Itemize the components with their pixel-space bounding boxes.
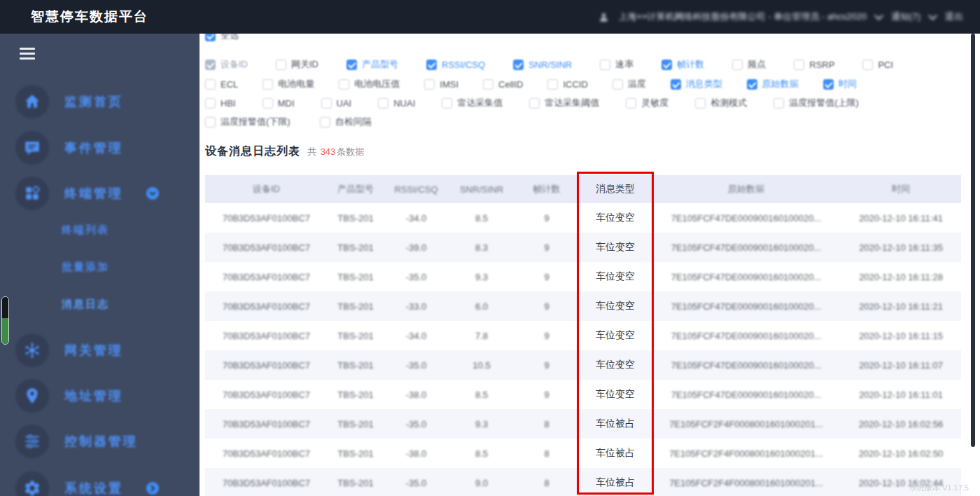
column-checkbox[interactable]: 自检间隔	[320, 116, 372, 128]
column-checkbox[interactable]: 消息类型	[671, 78, 722, 90]
checkbox-icon[interactable]	[205, 34, 216, 41]
column-checkbox[interactable]: 电池电量	[262, 78, 314, 90]
sidebar-item-controller-mgmt[interactable]: 控制器管理	[0, 425, 200, 458]
column-checkbox[interactable]: 检测模式	[695, 97, 747, 109]
chevron-right-icon[interactable]	[146, 481, 160, 495]
column-checkbox[interactable]: HBI	[205, 98, 236, 109]
sidebar-item-address-mgmt[interactable]: 地址管理	[0, 379, 200, 413]
checkbox-icon[interactable]	[774, 98, 784, 109]
checkbox-label: RSSI/CSQ	[442, 60, 485, 70]
column-checkbox[interactable]: 温度报警值(上限)	[774, 97, 859, 109]
checkbox-icon[interactable]	[339, 79, 349, 90]
checkbox-icon[interactable]	[823, 79, 834, 90]
sidebar-item-system-settings[interactable]: 系统设置	[0, 471, 200, 496]
column-checkbox[interactable]: 帧计数	[662, 58, 704, 71]
checkbox-icon[interactable]	[442, 98, 452, 109]
checkbox-icon[interactable]	[862, 60, 873, 70]
cell-snr-sinr: 8.5	[449, 203, 514, 233]
column-checkbox[interactable]: ECL	[205, 79, 238, 90]
column-checkbox[interactable]: 网关ID	[276, 58, 318, 71]
event-icon	[15, 131, 49, 165]
checkbox-icon[interactable]	[600, 60, 610, 70]
column-checkbox[interactable]: 雷达采集值	[442, 97, 503, 109]
column-checkbox[interactable]: 温度	[612, 78, 646, 90]
column-checkbox[interactable]: 原始数据	[747, 78, 799, 90]
column-checkbox[interactable]: 全选	[205, 34, 239, 42]
scrollbar[interactable]	[971, 34, 975, 447]
cell-frame-count: 9	[514, 380, 579, 409]
checkbox-icon[interactable]	[662, 60, 672, 70]
checkbox-icon[interactable]	[276, 60, 286, 70]
cell-text: TBS-201	[337, 390, 373, 400]
cell-raw-data: 7E105FCF2F4F0008001601000201...	[652, 409, 841, 439]
column-checkbox[interactable]: 灵敏度	[626, 97, 668, 109]
checkbox-icon[interactable]	[612, 79, 623, 90]
column-checkbox[interactable]: 频点	[732, 58, 766, 71]
filter-row: ECL电池电量电池电压值IMSICellIDICCID温度消息类型原始数据时间	[205, 78, 857, 90]
col-header-text: 时间	[892, 183, 910, 195]
cell-text: 7E105FCF47DE000900160100020...	[671, 301, 822, 312]
checkbox-icon[interactable]	[346, 60, 357, 70]
checkbox-icon[interactable]	[794, 60, 804, 70]
checkbox-label: CellID	[498, 79, 523, 90]
cell-rssi-csq: -35.0	[384, 262, 449, 291]
checkbox-icon[interactable]	[205, 117, 216, 128]
column-checkbox[interactable]: 电池电压值	[339, 78, 400, 90]
column-checkbox[interactable]: UAI	[321, 98, 352, 109]
sidebar-item-terminal-list[interactable]: 终端列表	[62, 221, 109, 238]
checkbox-icon[interactable]	[529, 98, 540, 109]
checkbox-icon[interactable]	[695, 98, 706, 109]
checkbox-icon[interactable]	[378, 98, 388, 109]
cell-time: 2020-12-10 16:02:50	[841, 439, 961, 468]
column-checkbox[interactable]: MDI	[262, 98, 295, 109]
column-checkbox[interactable]: SNR/SINR	[513, 60, 572, 70]
column-checkbox[interactable]: RSRP	[794, 60, 834, 70]
column-checkbox[interactable]: 雷达采集阈值	[529, 97, 599, 109]
sidebar-item-batch-add[interactable]: 批量添加	[62, 259, 109, 275]
cell-device-id: 70B3D53AF0100BC7	[205, 262, 328, 291]
checkbox-icon[interactable]	[483, 79, 493, 90]
chevron-down-icon[interactable]	[928, 11, 937, 20]
account-text[interactable]: 上海××计算机网络科技股份有限公司 - 单位管理员 - ahcs2020	[618, 11, 867, 23]
column-checkbox[interactable]: ICCID	[547, 79, 587, 90]
checkbox-icon[interactable]	[262, 98, 273, 109]
column-checkbox[interactable]: 时间	[823, 78, 857, 90]
notifications-button[interactable]: 通知(7)	[891, 11, 920, 23]
checkbox-icon[interactable]	[547, 79, 558, 90]
column-checkbox[interactable]: PCI	[862, 60, 893, 70]
cell-text: -34.0	[406, 213, 427, 223]
cell-text: 9	[544, 390, 549, 400]
column-checkbox[interactable]: RSSI/CSQ	[426, 60, 485, 70]
checkbox-icon[interactable]	[424, 79, 435, 90]
checkbox-icon[interactable]	[205, 98, 216, 109]
checkbox-icon[interactable]	[321, 98, 332, 109]
sidebar-item-event-mgmt[interactable]: 事件管理	[0, 131, 200, 165]
scroll-indicator[interactable]	[1, 296, 9, 345]
logout-button[interactable]: 退出	[945, 11, 963, 23]
sidebar-item-gateway-mgmt[interactable]: 网关管理	[0, 333, 200, 367]
column-checkbox[interactable]: 设备ID	[205, 58, 248, 71]
checkbox-icon[interactable]	[671, 79, 681, 90]
column-checkbox[interactable]: 速率	[600, 58, 634, 71]
cell-text: 10.5	[472, 360, 490, 371]
checkbox-icon[interactable]	[262, 79, 273, 90]
checkbox-icon[interactable]	[205, 79, 216, 90]
checkbox-icon[interactable]	[513, 60, 524, 70]
checkbox-icon[interactable]	[426, 60, 437, 70]
cell-text: 70B3D53AF0100BC7	[223, 242, 310, 253]
checkbox-icon[interactable]	[747, 79, 757, 90]
column-checkbox[interactable]: 产品型号	[346, 58, 398, 71]
sidebar-item-message-log[interactable]: 消息日志	[62, 296, 109, 312]
column-checkbox[interactable]: 温度报警值(下限)	[205, 116, 290, 128]
checkbox-icon[interactable]	[205, 60, 216, 70]
checkbox-icon[interactable]	[732, 60, 743, 70]
sidebar-item-terminal-mgmt[interactable]: 终端管理	[0, 177, 200, 210]
checkbox-icon[interactable]	[626, 98, 636, 109]
column-checkbox[interactable]: CellID	[483, 79, 523, 90]
column-checkbox[interactable]: IMSI	[424, 79, 458, 90]
chevron-down-icon[interactable]	[874, 11, 883, 20]
sidebar-item-monitor-home[interactable]: 监测首页	[0, 85, 200, 118]
chevron-down-icon[interactable]	[146, 186, 160, 200]
checkbox-icon[interactable]	[320, 117, 330, 128]
column-checkbox[interactable]: NUAI	[378, 98, 415, 109]
